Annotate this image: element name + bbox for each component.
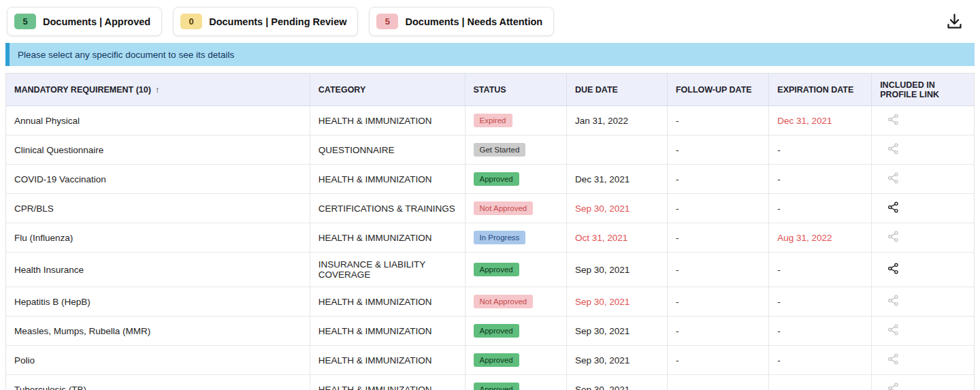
status-badge: In Progress [474,231,526,244]
share-icon[interactable] [887,113,900,128]
expiration-date-cell: - [769,316,872,346]
banner-text: Please select any specific document to s… [10,50,234,60]
expiration-date-cell: - [769,346,872,375]
share-icon[interactable] [887,142,900,157]
table-row[interactable]: Hepatitis B (HepB) HEALTH & IMMUNIZATION… [6,287,975,316]
follow-up-date-cell: - [667,223,768,253]
status-badge: Approved [474,324,519,338]
due-date-cell: Dec 31, 2021 [566,165,667,194]
column-header-category[interactable]: CATEGORY [310,74,465,106]
profile-link-cell [872,346,975,375]
due-date-cell: Sep 30, 2021 [566,375,667,390]
due-date-cell: Oct 31, 2021 [566,223,667,253]
category-cell: QUESTIONNAIRE [310,135,465,165]
status-cell: Not Approved [465,194,566,223]
status-cell: In Progress [465,223,566,253]
status-cell: Approved [465,346,566,375]
status-cell: Approved [465,375,566,390]
due-date-cell: Sep 30, 2021 [566,194,667,223]
follow-up-date-cell: - [667,253,768,287]
table-row[interactable]: Annual Physical HEALTH & IMMUNIZATION Ex… [6,106,975,135]
table-row[interactable]: Health Insurance INSURANCE & LIABILITY C… [6,253,975,287]
column-header-label: MANDATORY REQUIREMENT (10) [14,85,151,95]
share-icon[interactable] [887,230,900,245]
category-cell: HEALTH & IMMUNIZATION [310,165,465,194]
category-cell: HEALTH & IMMUNIZATION [310,316,465,346]
sort-ascending-icon[interactable]: ↑ [155,84,160,95]
due-date-cell: Jan 31, 2022 [566,106,667,135]
profile-link-cell [872,135,975,165]
table-row[interactable]: Measles, Mumps, Rubella (MMR) HEALTH & I… [6,316,975,346]
table-row[interactable]: Tuberculosis (TB) HEALTH & IMMUNIZATION … [6,375,975,390]
share-icon[interactable] [887,323,900,338]
follow-up-date-cell: - [667,287,768,316]
share-icon[interactable] [887,172,900,186]
status-cell: Approved [465,316,566,346]
profile-link-cell [872,316,975,346]
follow-up-date-cell: - [667,375,768,390]
column-header-due-date[interactable]: DUE DATE [566,74,667,106]
table-row[interactable]: Clinical Questionnaire QUESTIONNAIRE Get… [6,135,975,165]
category-cell: INSURANCE & LIABILITY COVERAGE [310,253,465,287]
pending-count-badge: 0 [180,14,202,29]
category-cell: HEALTH & IMMUNIZATION [310,375,465,390]
status-cell: Not Approved [465,287,566,316]
table-row[interactable]: CPR/BLS CERTIFICATIONS & TRAININGS Not A… [6,194,975,223]
requirement-cell: Health Insurance [6,253,310,287]
status-badge: Approved [474,172,519,186]
share-icon[interactable] [887,353,900,368]
approved-count-badge: 5 [14,14,36,29]
download-button[interactable] [945,11,972,33]
table-body: Annual Physical HEALTH & IMMUNIZATION Ex… [6,106,975,390]
column-header-label: FOLLOW-UP DATE [676,85,752,95]
share-icon[interactable] [887,382,900,390]
column-header-label: INCLUDED IN PROFILE LINK [880,80,939,99]
expiration-date-cell: Dec 31, 2021 [769,106,872,135]
profile-link-cell [872,106,975,135]
follow-up-date-cell: - [667,194,768,223]
requirement-cell: Measles, Mumps, Rubella (MMR) [6,316,310,346]
approved-card-label: Documents | Approved [43,16,150,27]
column-header-label: DUE DATE [575,85,618,95]
status-cell: Approved [465,253,566,287]
status-badge: Not Approved [474,295,534,308]
category-cell: CERTIFICATIONS & TRAININGS [310,194,465,223]
requirement-cell: Tuberculosis (TB) [6,375,310,390]
status-badge: Get Started [474,143,526,157]
share-icon[interactable] [887,262,900,277]
status-cell: Approved [465,165,566,194]
card-documents-pending[interactable]: 0 Documents | Pending Review [173,7,358,36]
profile-link-cell [872,194,975,223]
share-icon[interactable] [887,294,900,309]
card-documents-attention[interactable]: 5 Documents | Needs Attention [369,7,554,36]
column-header-follow-up-date[interactable]: FOLLOW-UP DATE [667,74,768,106]
status-badge: Expired [474,114,512,127]
status-cell: Get Started [465,135,566,165]
column-header-label: CATEGORY [318,85,365,95]
column-header-mandatory-requirement[interactable]: MANDATORY REQUIREMENT (10)↑ [6,74,310,106]
category-cell: HEALTH & IMMUNIZATION [310,106,465,135]
documents-table: MANDATORY REQUIREMENT (10)↑ CATEGORY STA… [5,73,975,390]
column-header-included-in-profile-link[interactable]: INCLUDED IN PROFILE LINK [872,74,975,106]
column-header-label: STATUS [474,85,506,95]
due-date-cell: Sep 30, 2021 [566,253,667,287]
column-header-label: EXPIRATION DATE [777,85,853,95]
card-documents-approved[interactable]: 5 Documents | Approved [7,7,162,36]
profile-link-cell [872,253,975,287]
table-row[interactable]: Flu (Influenza) HEALTH & IMMUNIZATION In… [6,223,975,253]
table-row[interactable]: Polio HEALTH & IMMUNIZATION Approved Sep… [6,346,975,375]
column-header-status[interactable]: STATUS [465,74,566,106]
requirement-cell: CPR/BLS [6,194,310,223]
table-row[interactable]: COVID-19 Vaccination HEALTH & IMMUNIZATI… [6,165,975,194]
expiration-date-cell: - [769,253,872,287]
expiration-date-cell: Aug 31, 2022 [769,223,872,253]
share-icon[interactable] [887,201,900,216]
status-cell: Expired [465,106,566,135]
profile-link-cell [872,223,975,253]
profile-link-cell [872,375,975,390]
due-date-cell [566,135,667,165]
status-badge: Approved [474,263,519,276]
attention-count-badge: 5 [376,14,398,29]
column-header-expiration-date[interactable]: EXPIRATION DATE [769,74,872,106]
expiration-date-cell: - [769,165,872,194]
